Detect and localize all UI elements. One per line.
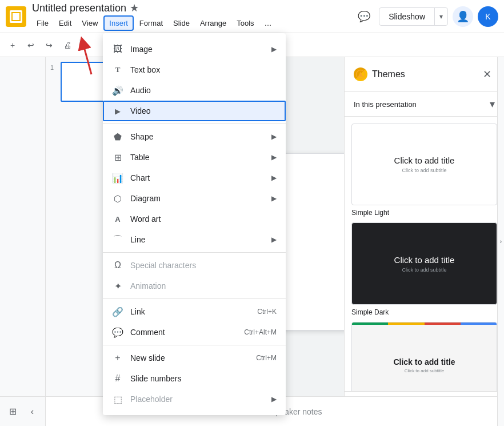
insert-newslide-label: New slide <box>130 353 249 363</box>
themes-icon <box>354 67 367 81</box>
newslide-shortcut: Ctrl+M <box>256 354 277 362</box>
insert-specialchars-item: Ω Special characters <box>103 255 286 276</box>
insert-audio-label: Audio <box>130 86 277 95</box>
placeholder-icon: ⬚ <box>112 393 123 405</box>
insert-textbox-item[interactable]: T Text box <box>103 59 286 80</box>
document-title[interactable]: Untitled presentation <box>32 2 126 14</box>
slide-number: 1 <box>50 64 57 71</box>
image-submenu-arrow: ▶ <box>271 45 277 53</box>
shape-submenu-arrow: ▶ <box>271 133 277 141</box>
theme-item-simple-dark[interactable]: Click to add title Click to add subtitle… <box>351 222 497 317</box>
insert-audio-item[interactable]: 🔊 Audio <box>103 80 286 101</box>
share-button[interactable]: 👤 <box>453 6 473 27</box>
insert-image-item[interactable]: 🖼 Image ▶ <box>103 39 286 59</box>
toolbar-divider <box>79 39 79 51</box>
star-icon[interactable]: ★ <box>130 2 139 14</box>
chart-submenu-arrow: ▶ <box>271 174 277 182</box>
insert-textbox-label: Text box <box>130 65 277 74</box>
insert-animation-item: ✦ Animation <box>103 276 286 296</box>
menu-item-slide[interactable]: Slide <box>169 17 194 30</box>
newslide-icon: + <box>112 352 123 364</box>
app-icon <box>6 6 26 27</box>
insert-table-label: Table <box>130 153 265 162</box>
insert-video-label: Video <box>130 106 277 116</box>
insert-animation-label: Animation <box>130 281 277 290</box>
edge-arrow-icon[interactable]: › <box>500 238 502 245</box>
menu-item-edit[interactable]: Edit <box>54 17 76 30</box>
right-edge-panel: › <box>497 57 504 426</box>
placeholder-submenu-arrow: ▶ <box>271 395 277 403</box>
themes-close-button[interactable]: ✕ <box>479 66 495 82</box>
print-button[interactable]: 🖨 <box>59 37 75 53</box>
user-avatar[interactable]: K <box>478 6 498 27</box>
filter-label: In this presentation <box>354 100 417 109</box>
themes-list: Click to add title Click to add subtitle… <box>345 117 504 391</box>
menu-item-format[interactable]: Format <box>135 17 167 30</box>
specialchars-icon: Ω <box>112 260 123 271</box>
line-submenu-arrow: ▶ <box>271 236 277 244</box>
insert-line-item[interactable]: ⌒ Line ▶ <box>103 229 286 250</box>
comment-shortcut: Ctrl+Alt+M <box>244 328 277 336</box>
insert-wordart-item[interactable]: A Word art <box>103 209 286 229</box>
menu-section-drawing: ⬟ Shape ▶ ⊞ Table ▶ 📊 Chart ▶ ⬡ Diagram … <box>103 124 286 253</box>
insert-table-item[interactable]: ⊞ Table ▶ <box>103 147 286 168</box>
theme-item-spearmint[interactable]: Click to add title Click to add subtitle… <box>351 322 497 391</box>
title-bar: Untitled presentation ★ File Edit View I… <box>0 0 504 33</box>
menu-item-file[interactable]: File <box>32 17 53 30</box>
insert-placeholder-item: ⬚ Placeholder ▶ <box>103 389 286 409</box>
insert-chart-item[interactable]: 📊 Chart ▶ <box>103 168 286 188</box>
comment-icon: 💬 <box>112 327 123 338</box>
menu-item-view[interactable]: View <box>77 17 102 30</box>
presentation-filter[interactable]: In this presentation ▾ <box>345 92 504 117</box>
themes-header: Themes ✕ <box>345 57 504 92</box>
menu-section-link: 🔗 Link Ctrl+K 💬 Comment Ctrl+Alt+M <box>103 299 286 345</box>
link-icon: 🔗 <box>112 306 123 317</box>
slideshow-caret-icon[interactable]: ▾ <box>435 9 447 25</box>
line-icon: ⌒ <box>112 234 123 245</box>
insert-wordart-label: Word art <box>130 214 277 224</box>
audio-icon: 🔊 <box>112 85 123 96</box>
video-icon: ▶ <box>112 105 123 117</box>
zoom-button[interactable]: + <box>5 37 21 53</box>
menu-section-slide: + New slide Ctrl+M # Slide numbers ⬚ Pla… <box>103 345 286 412</box>
insert-shape-label: Shape <box>130 132 265 141</box>
menu-item-more[interactable]: … <box>260 17 277 30</box>
grid-view-icon[interactable]: ⊞ <box>5 404 21 420</box>
insert-slidenumbers-label: Slide numbers <box>130 374 277 383</box>
menu-bar: File Edit View Insert Format Slide Arran… <box>32 15 354 31</box>
insert-link-item[interactable]: 🔗 Link Ctrl+K <box>103 301 286 322</box>
wordart-icon: A <box>112 213 123 225</box>
insert-slidenumbers-item[interactable]: # Slide numbers <box>103 368 286 389</box>
colorful-bar <box>352 323 497 325</box>
insert-image-label: Image <box>130 45 265 54</box>
undo-button[interactable]: ↩ <box>23 37 39 53</box>
insert-diagram-item[interactable]: ⬡ Diagram ▶ <box>103 188 286 209</box>
menu-section-media: 🖼 Image ▶ T Text box 🔊 Audio ▶ Video <box>103 37 286 124</box>
menu-item-insert[interactable]: Insert <box>103 15 134 31</box>
redo-button[interactable]: ↪ <box>41 37 57 53</box>
chevron-left-icon[interactable]: ‹ <box>25 404 41 420</box>
menu-section-special: Ω Special characters ✦ Animation <box>103 253 286 299</box>
insert-shape-item[interactable]: ⬟ Shape ▶ <box>103 126 286 147</box>
insert-comment-item[interactable]: 💬 Comment Ctrl+Alt+M <box>103 322 286 343</box>
link-shortcut: Ctrl+K <box>257 308 277 316</box>
insert-newslide-item[interactable]: + New slide Ctrl+M <box>103 348 286 368</box>
slideshow-button[interactable]: Slideshow ▾ <box>379 7 448 26</box>
theme-preview-spearmint: Click to add title Click to add subtitle <box>351 322 497 391</box>
menu-item-tools[interactable]: Tools <box>232 17 258 30</box>
insert-video-item[interactable]: ▶ Video <box>103 101 286 121</box>
insert-chart-label: Chart <box>130 173 265 182</box>
insert-line-label: Line <box>130 235 265 244</box>
left-sidebar <box>0 57 46 426</box>
theme-item-simple-light[interactable]: Click to add title Click to add subtitle… <box>351 124 497 218</box>
slidenumbers-icon: # <box>112 373 123 384</box>
doc-title-row: Untitled presentation ★ <box>32 2 354 14</box>
chat-button[interactable]: 💬 <box>354 6 374 27</box>
menu-item-arrange[interactable]: Arrange <box>195 17 231 30</box>
image-icon: 🖼 <box>112 43 123 55</box>
theme-name-simple-light: Simple Light <box>351 208 497 218</box>
table-icon: ⊞ <box>112 152 123 163</box>
filter-caret-icon: ▾ <box>490 98 495 110</box>
insert-dropdown-menu: 🖼 Image ▶ T Text box 🔊 Audio ▶ Video ⬟ S… <box>103 33 286 415</box>
insert-link-label: Link <box>130 307 250 316</box>
